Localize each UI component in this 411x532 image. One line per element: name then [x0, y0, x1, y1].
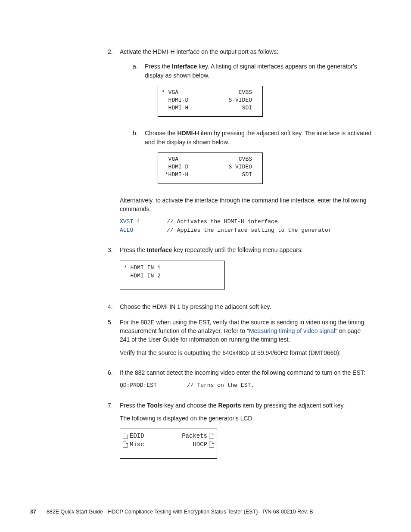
step-6: 6. If the 882 cannot detect the incoming…	[108, 368, 372, 394]
substeps-list: a. Press the Interface key. A listing of…	[120, 62, 372, 190]
content-area: 2. Activate the HDMI-H interface on the …	[108, 47, 372, 465]
code-comment: // Activates the HDMI-H interface	[140, 218, 278, 225]
lcd-item-misc: Misc	[123, 441, 144, 449]
substep-number: a.	[133, 62, 140, 71]
tools-key-label: Tools	[147, 402, 162, 409]
page-number: 37	[30, 509, 36, 515]
hdmi-h-label: HDMI-H	[177, 130, 199, 137]
page: 2. Activate the HDMI-H interface on the …	[0, 0, 411, 532]
lcd-text: EDID	[130, 432, 144, 441]
step-number: 4.	[108, 302, 115, 311]
page-footer: 37 882E Quick Start Guide - HDCP Complia…	[30, 509, 372, 515]
code-command: XVSI 4	[120, 218, 140, 225]
page-icon	[123, 433, 128, 439]
step-number: 3.	[108, 246, 115, 254]
code-block: XVSI 4 // Activates the HDMI-H interface…	[120, 218, 372, 234]
substep-prefix: Press the	[145, 63, 172, 70]
lcd-text: HDMI-D	[162, 96, 200, 104]
reports-item-label: Reports	[218, 402, 241, 409]
lcd-text: S-VIDEO	[200, 163, 252, 171]
lcd-text: CVBS	[200, 156, 252, 163]
step-3: 3. Press the Interface key repeatedly un…	[108, 246, 372, 295]
lcd-display-4: EDID Packets Misc	[120, 429, 217, 459]
cross-ref-link[interactable]: Measuring timing of video signal	[249, 327, 335, 334]
lcd-item-hdcp: HDCP	[193, 441, 214, 449]
interface-key-label: Interface	[172, 63, 197, 70]
lcd-display-1: * VGACVBS HDMI-DS-VIDEO HDMI-HSDI	[158, 86, 263, 117]
lcd-text: Misc	[130, 441, 144, 449]
lcd-display-3: * HDMI IN 1 HDMI IN 2	[120, 261, 225, 289]
step-prefix: Press the	[120, 402, 147, 409]
lcd-item-packets: Packets	[182, 432, 214, 441]
lcd-text: HDMI-H	[162, 104, 200, 112]
step-2: 2. Activate the HDMI-H interface on the …	[108, 47, 372, 239]
step-suffix: item by pressing the adjacent soft key.	[241, 402, 345, 409]
step-mid: key and choose the	[162, 402, 218, 409]
substep-a: a. Press the Interface key. A listing of…	[133, 62, 372, 123]
lcd-text: HDMI IN 2	[124, 273, 161, 279]
page-icon	[123, 442, 128, 448]
substep-prefix: Choose the	[145, 130, 177, 137]
lcd-text: * HDMI IN 1	[124, 264, 161, 271]
step-text: Choose the HDMI IN 1 by pressing the adj…	[120, 303, 271, 310]
lcd-item-edid: EDID	[123, 432, 144, 441]
step-text: Activate the HDMI-H interface on the out…	[120, 48, 278, 55]
step-prefix: Press the	[120, 246, 147, 253]
lcd-text: SDI	[200, 104, 252, 112]
alt-paragraph: Alternatively, to activate the interface…	[120, 196, 372, 214]
lcd-text: HDMI-D	[162, 163, 200, 171]
verify-paragraph: Verify that the source is outputting the…	[120, 348, 372, 357]
step-5: 5. For the 882E when using the EST, veri…	[108, 318, 372, 361]
lcd-text: VGA	[162, 156, 200, 163]
page-icon	[209, 433, 214, 439]
interface-key-label: Interface	[147, 246, 172, 253]
code-comment: // Applies the interface setting to the …	[133, 227, 331, 233]
step-number: 5.	[108, 318, 115, 327]
step-number: 6.	[108, 368, 115, 377]
footer-text: 882E Quick Start Guide - HDCP Compliance…	[47, 509, 313, 515]
code-command: ALLU	[120, 227, 133, 233]
step-suffix: key repeatedly until the following menu …	[172, 246, 303, 253]
main-steps-list: 2. Activate the HDMI-H interface on the …	[108, 47, 372, 465]
page-icon	[209, 442, 214, 448]
lcd-text: HDCP	[193, 441, 207, 449]
lcd-text: * VGA	[162, 89, 200, 96]
step-text: If the 882 cannot detect the incoming vi…	[120, 369, 365, 376]
substep-b: b. Choose the HDMI-H item by pressing th…	[133, 129, 372, 190]
step-7: 7. Press the Tools key and choose the Re…	[108, 401, 372, 465]
code-block: QD:PROD:EST // Turns on the EST.	[120, 381, 372, 390]
step-number: 7.	[108, 401, 115, 410]
lcd-text: CVBS	[200, 89, 252, 96]
lcd-text: *HDMI-H	[162, 171, 200, 179]
lcd-text: SDI	[200, 171, 252, 179]
step-number: 2.	[108, 47, 115, 56]
lcd-display-2: VGACVBS HDMI-DS-VIDEO *HDMI-HSDI	[158, 152, 263, 184]
step-4: 4. Choose the HDMI IN 1 by pressing the …	[108, 302, 372, 311]
substep-number: b.	[133, 129, 140, 137]
followup-paragraph: The following is displayed on the genera…	[120, 414, 372, 423]
lcd-text: Packets	[182, 432, 207, 441]
lcd-text: S-VIDEO	[200, 96, 252, 104]
